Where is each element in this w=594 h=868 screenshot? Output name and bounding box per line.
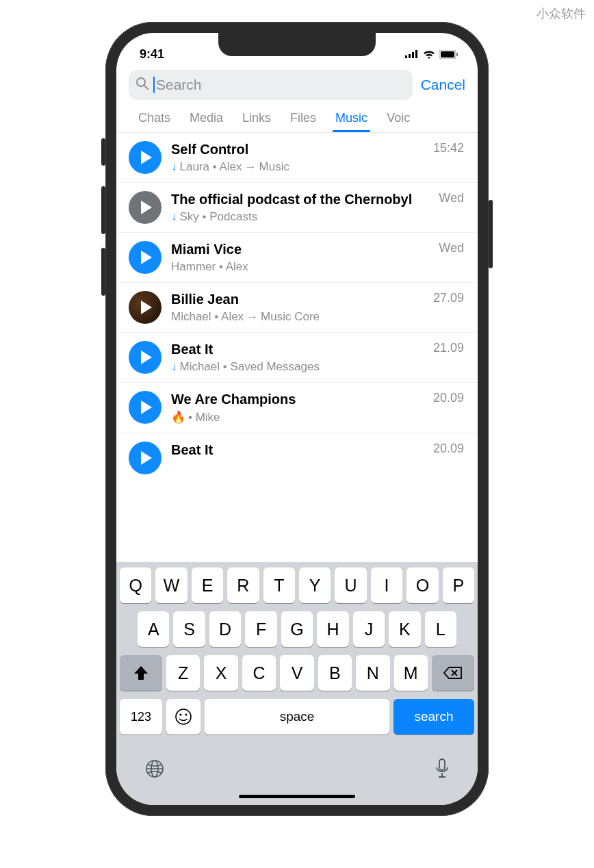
svg-rect-0 bbox=[405, 55, 407, 58]
key-l[interactable]: L bbox=[425, 611, 456, 647]
key-w[interactable]: W bbox=[155, 567, 187, 603]
tab-links[interactable]: Links bbox=[233, 105, 281, 132]
list-item-body: We Are Champions20.09🔥 • Mike bbox=[171, 391, 464, 424]
key-j[interactable]: J bbox=[353, 611, 385, 647]
track-time: 20.09 bbox=[433, 442, 464, 456]
key-m[interactable]: M bbox=[394, 655, 428, 691]
list-item[interactable]: Beat It20.09 bbox=[116, 433, 478, 474]
svg-point-13 bbox=[185, 713, 187, 715]
key-q[interactable]: Q bbox=[120, 567, 151, 603]
download-icon: ↓ bbox=[171, 360, 177, 374]
track-time: 15:42 bbox=[433, 141, 464, 155]
list-item[interactable]: The official podcast of the ChernobylWed… bbox=[116, 183, 478, 233]
key-emoji[interactable] bbox=[166, 699, 201, 735]
key-g[interactable]: G bbox=[281, 611, 313, 647]
play-icon bbox=[141, 451, 152, 465]
list-item-body: Beat It21.09↓Michael • Saved Messages bbox=[171, 341, 464, 374]
track-title: The official podcast of the Chernobyl bbox=[171, 191, 412, 208]
emoji-icon bbox=[174, 707, 193, 726]
key-a[interactable]: A bbox=[138, 611, 169, 647]
track-title: We Are Champions bbox=[171, 391, 296, 408]
key-d[interactable]: D bbox=[209, 611, 241, 647]
key-r[interactable]: R bbox=[227, 567, 259, 603]
track-subtitle: ↓Michael • Saved Messages bbox=[171, 360, 464, 374]
mic-icon[interactable] bbox=[435, 758, 450, 782]
key-c[interactable]: C bbox=[242, 655, 276, 691]
globe-icon[interactable] bbox=[144, 758, 165, 782]
track-time: 21.09 bbox=[433, 341, 464, 355]
svg-rect-3 bbox=[415, 50, 417, 58]
track-subtitle: Hammer • Alex bbox=[171, 260, 464, 274]
play-button[interactable] bbox=[129, 241, 162, 274]
tab-voic[interactable]: Voic bbox=[377, 105, 419, 132]
svg-rect-17 bbox=[439, 759, 445, 770]
list-item[interactable]: Beat It21.09↓Michael • Saved Messages bbox=[116, 333, 478, 383]
play-icon bbox=[141, 400, 152, 414]
key-u[interactable]: U bbox=[335, 567, 366, 603]
key-z[interactable]: Z bbox=[166, 655, 200, 691]
side-button bbox=[101, 186, 105, 234]
home-indicator[interactable] bbox=[239, 795, 355, 798]
track-title: Beat It bbox=[171, 341, 213, 358]
key-i[interactable]: I bbox=[371, 567, 402, 603]
svg-point-7 bbox=[137, 78, 145, 86]
play-button[interactable] bbox=[129, 191, 162, 224]
key-t[interactable]: T bbox=[263, 567, 295, 603]
list-item[interactable]: Billie Jean27.09Michael • Alex→Music Cor… bbox=[116, 283, 478, 333]
tab-files[interactable]: Files bbox=[281, 105, 326, 132]
phone-frame: 9:41 Search bbox=[105, 22, 489, 816]
list-item[interactable]: Miami ViceWedHammer • Alex bbox=[116, 233, 478, 283]
search-input[interactable]: Search bbox=[129, 70, 413, 100]
key-y[interactable]: Y bbox=[299, 567, 331, 603]
key-s[interactable]: S bbox=[173, 611, 205, 647]
play-button[interactable] bbox=[129, 391, 162, 424]
key-e[interactable]: E bbox=[192, 567, 223, 603]
list-item-body: Self Control15:42↓Laura • Alex→Music bbox=[171, 141, 464, 174]
key-b[interactable]: B bbox=[318, 655, 352, 691]
keyboard-bottom bbox=[120, 743, 474, 791]
tab-music[interactable]: Music bbox=[326, 105, 377, 132]
tab-chats[interactable]: Chats bbox=[129, 105, 180, 132]
results-list[interactable]: Self Control15:42↓Laura • Alex→MusicThe … bbox=[116, 133, 478, 562]
cancel-button[interactable]: Cancel bbox=[421, 77, 465, 93]
tab-media[interactable]: Media bbox=[180, 105, 233, 132]
emoji-icon: 🔥 bbox=[171, 410, 185, 424]
svg-rect-5 bbox=[441, 51, 454, 58]
battery-icon bbox=[439, 50, 459, 59]
key-k[interactable]: K bbox=[389, 611, 420, 647]
key-x[interactable]: X bbox=[204, 655, 237, 691]
search-placeholder: Search bbox=[156, 77, 202, 93]
key-backspace[interactable] bbox=[432, 655, 474, 691]
play-icon bbox=[141, 350, 152, 364]
play-button[interactable] bbox=[129, 291, 162, 324]
play-icon bbox=[141, 151, 152, 164]
play-button[interactable] bbox=[129, 341, 162, 374]
play-button[interactable] bbox=[129, 442, 162, 474]
side-button bbox=[101, 138, 105, 166]
svg-rect-1 bbox=[409, 54, 411, 58]
key-h[interactable]: H bbox=[317, 611, 348, 647]
list-item[interactable]: Self Control15:42↓Laura • Alex→Music bbox=[116, 133, 478, 183]
key-o[interactable]: O bbox=[406, 567, 438, 603]
cellular-icon bbox=[405, 50, 419, 58]
key-123[interactable]: 123 bbox=[120, 699, 162, 735]
key-shift[interactable] bbox=[120, 655, 162, 691]
key-v[interactable]: V bbox=[280, 655, 313, 691]
key-space[interactable]: space bbox=[205, 699, 389, 735]
key-p[interactable]: P bbox=[443, 567, 474, 603]
key-search[interactable]: search bbox=[393, 699, 474, 735]
svg-point-11 bbox=[176, 709, 191, 724]
side-button bbox=[101, 248, 105, 296]
list-item-body: Beat It20.09 bbox=[171, 442, 464, 459]
download-icon: ↓ bbox=[171, 160, 177, 174]
status-icons bbox=[405, 50, 459, 59]
key-n[interactable]: N bbox=[356, 655, 389, 691]
track-title: Miami Vice bbox=[171, 241, 242, 258]
list-item[interactable]: We Are Champions20.09🔥 • Mike bbox=[116, 383, 478, 433]
key-f[interactable]: F bbox=[245, 611, 276, 647]
wifi-icon bbox=[423, 50, 435, 59]
play-button[interactable] bbox=[129, 141, 162, 174]
shift-icon bbox=[133, 665, 149, 681]
svg-line-8 bbox=[144, 86, 148, 89]
forward-icon: → bbox=[246, 310, 258, 324]
